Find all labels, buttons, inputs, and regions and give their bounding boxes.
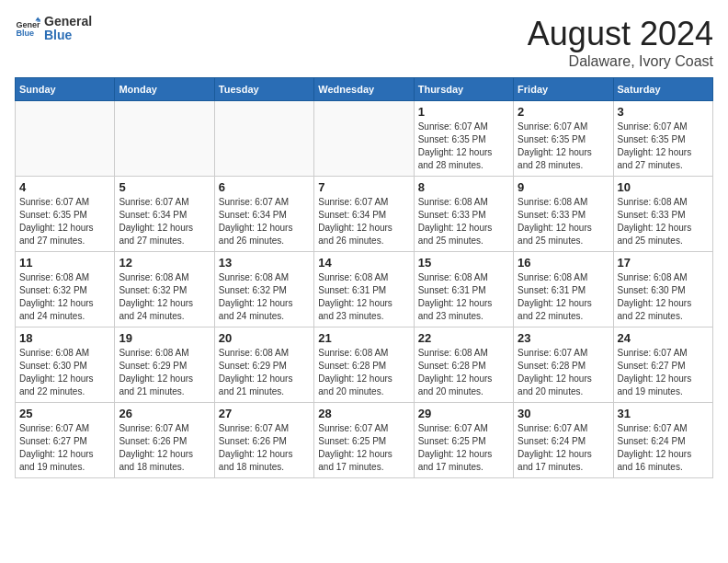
svg-text:Blue: Blue — [16, 29, 34, 39]
main-title: August 2024 — [528, 15, 713, 53]
day-number: 5 — [119, 180, 210, 194]
day-info: Sunrise: 6:08 AM Sunset: 6:28 PM Dayligh… — [318, 347, 409, 398]
day-info: Sunrise: 6:08 AM Sunset: 6:31 PM Dayligh… — [318, 271, 409, 323]
day-number: 19 — [119, 331, 210, 345]
weekday-header: Friday — [514, 78, 613, 101]
day-number: 20 — [219, 331, 310, 345]
calendar-day-cell: 19Sunrise: 6:08 AM Sunset: 6:29 PM Dayli… — [115, 327, 214, 403]
calendar-week-row: 25Sunrise: 6:07 AM Sunset: 6:27 PM Dayli… — [16, 403, 713, 478]
day-number: 27 — [219, 407, 310, 420]
day-number: 4 — [19, 180, 110, 194]
day-info: Sunrise: 6:08 AM Sunset: 6:30 PM Dayligh… — [19, 347, 110, 398]
day-number: 3 — [618, 105, 709, 119]
title-block: August 2024 Dalaware, Ivory Coast — [528, 15, 713, 70]
calendar-day-cell: 29Sunrise: 6:07 AM Sunset: 6:25 PM Dayli… — [414, 403, 513, 478]
day-number: 8 — [418, 180, 509, 194]
day-info: Sunrise: 6:07 AM Sunset: 6:28 PM Dayligh… — [518, 347, 609, 398]
calendar-day-cell: 28Sunrise: 6:07 AM Sunset: 6:25 PM Dayli… — [314, 403, 414, 478]
calendar-day-cell: 14Sunrise: 6:08 AM Sunset: 6:31 PM Dayli… — [314, 252, 414, 327]
day-info: Sunrise: 6:08 AM Sunset: 6:28 PM Dayligh… — [418, 347, 509, 398]
calendar-week-row: 11Sunrise: 6:08 AM Sunset: 6:32 PM Dayli… — [16, 252, 713, 327]
day-info: Sunrise: 6:08 AM Sunset: 6:29 PM Dayligh… — [219, 347, 310, 398]
subtitle: Dalaware, Ivory Coast — [528, 53, 713, 70]
day-info: Sunrise: 6:07 AM Sunset: 6:35 PM Dayligh… — [19, 196, 110, 247]
calendar-day-cell: 30Sunrise: 6:07 AM Sunset: 6:24 PM Dayli… — [514, 403, 613, 478]
calendar-day-cell: 21Sunrise: 6:08 AM Sunset: 6:28 PM Dayli… — [314, 327, 414, 403]
calendar-day-cell: 25Sunrise: 6:07 AM Sunset: 6:27 PM Dayli… — [16, 403, 115, 478]
calendar-week-row: 18Sunrise: 6:08 AM Sunset: 6:30 PM Dayli… — [16, 327, 713, 403]
calendar-day-cell: 6Sunrise: 6:07 AM Sunset: 6:34 PM Daylig… — [214, 177, 313, 252]
calendar-day-cell: 2Sunrise: 6:07 AM Sunset: 6:35 PM Daylig… — [514, 101, 613, 177]
day-info: Sunrise: 6:08 AM Sunset: 6:32 PM Dayligh… — [119, 271, 210, 323]
day-info: Sunrise: 6:08 AM Sunset: 6:31 PM Dayligh… — [418, 271, 509, 323]
day-info: Sunrise: 6:08 AM Sunset: 6:32 PM Dayligh… — [19, 271, 110, 323]
weekday-header: Tuesday — [214, 78, 313, 101]
weekday-header: Saturday — [613, 78, 712, 101]
day-number: 30 — [518, 407, 609, 420]
day-info: Sunrise: 6:07 AM Sunset: 6:24 PM Dayligh… — [518, 422, 609, 474]
day-number: 31 — [618, 407, 709, 420]
calendar-day-cell: 20Sunrise: 6:08 AM Sunset: 6:29 PM Dayli… — [214, 327, 313, 403]
weekday-header: Sunday — [16, 78, 115, 101]
day-number: 25 — [19, 407, 110, 420]
day-info: Sunrise: 6:07 AM Sunset: 6:34 PM Dayligh… — [119, 196, 210, 247]
day-number: 12 — [119, 256, 210, 270]
day-info: Sunrise: 6:07 AM Sunset: 6:35 PM Dayligh… — [518, 121, 609, 172]
day-info: Sunrise: 6:07 AM Sunset: 6:24 PM Dayligh… — [618, 422, 709, 474]
day-number: 26 — [119, 407, 210, 420]
day-info: Sunrise: 6:08 AM Sunset: 6:31 PM Dayligh… — [518, 271, 609, 323]
day-number: 10 — [618, 180, 709, 194]
calendar-week-row: 4Sunrise: 6:07 AM Sunset: 6:35 PM Daylig… — [16, 177, 713, 252]
day-number: 14 — [318, 256, 409, 270]
day-info: Sunrise: 6:08 AM Sunset: 6:30 PM Dayligh… — [618, 271, 709, 323]
calendar-day-cell: 5Sunrise: 6:07 AM Sunset: 6:34 PM Daylig… — [115, 177, 214, 252]
logo: General Blue General Blue — [15, 15, 92, 43]
day-number: 21 — [318, 331, 409, 345]
day-info: Sunrise: 6:07 AM Sunset: 6:26 PM Dayligh… — [119, 422, 210, 474]
logo-icon: General Blue — [15, 16, 40, 41]
logo-line2: Blue — [44, 29, 92, 42]
day-number: 6 — [219, 180, 310, 194]
day-info: Sunrise: 6:07 AM Sunset: 6:35 PM Dayligh… — [618, 121, 709, 172]
day-number: 18 — [19, 331, 110, 345]
logo-line1: General — [44, 15, 92, 29]
day-info: Sunrise: 6:08 AM Sunset: 6:32 PM Dayligh… — [219, 271, 310, 323]
calendar-day-cell: 1Sunrise: 6:07 AM Sunset: 6:35 PM Daylig… — [414, 101, 513, 177]
day-info: Sunrise: 6:08 AM Sunset: 6:33 PM Dayligh… — [618, 196, 709, 247]
weekday-header-row: SundayMondayTuesdayWednesdayThursdayFrid… — [16, 78, 713, 101]
calendar-day-cell — [115, 101, 214, 177]
calendar-day-cell: 23Sunrise: 6:07 AM Sunset: 6:28 PM Dayli… — [514, 327, 613, 403]
calendar-day-cell: 17Sunrise: 6:08 AM Sunset: 6:30 PM Dayli… — [613, 252, 712, 327]
day-info: Sunrise: 6:07 AM Sunset: 6:26 PM Dayligh… — [219, 422, 310, 474]
day-number: 9 — [518, 180, 609, 194]
weekday-header: Monday — [115, 78, 214, 101]
day-number: 11 — [19, 256, 110, 270]
calendar-day-cell: 27Sunrise: 6:07 AM Sunset: 6:26 PM Dayli… — [214, 403, 313, 478]
day-number: 16 — [518, 256, 609, 270]
day-number: 1 — [418, 105, 509, 119]
calendar-day-cell: 16Sunrise: 6:08 AM Sunset: 6:31 PM Dayli… — [514, 252, 613, 327]
day-number: 29 — [418, 407, 509, 420]
svg-text:General: General — [16, 20, 40, 29]
calendar-day-cell: 11Sunrise: 6:08 AM Sunset: 6:32 PM Dayli… — [16, 252, 115, 327]
day-number: 22 — [418, 331, 509, 345]
day-info: Sunrise: 6:07 AM Sunset: 6:25 PM Dayligh… — [418, 422, 509, 474]
day-info: Sunrise: 6:07 AM Sunset: 6:25 PM Dayligh… — [318, 422, 409, 474]
calendar-day-cell: 8Sunrise: 6:08 AM Sunset: 6:33 PM Daylig… — [414, 177, 513, 252]
calendar-day-cell: 4Sunrise: 6:07 AM Sunset: 6:35 PM Daylig… — [16, 177, 115, 252]
calendar-day-cell: 12Sunrise: 6:08 AM Sunset: 6:32 PM Dayli… — [115, 252, 214, 327]
calendar-day-cell — [314, 101, 414, 177]
day-info: Sunrise: 6:08 AM Sunset: 6:33 PM Dayligh… — [418, 196, 509, 247]
day-info: Sunrise: 6:07 AM Sunset: 6:27 PM Dayligh… — [618, 347, 709, 398]
calendar-day-cell: 13Sunrise: 6:08 AM Sunset: 6:32 PM Dayli… — [214, 252, 313, 327]
page-header: General Blue General Blue August 2024 Da… — [15, 15, 713, 70]
calendar-day-cell: 31Sunrise: 6:07 AM Sunset: 6:24 PM Dayli… — [613, 403, 712, 478]
calendar-day-cell: 24Sunrise: 6:07 AM Sunset: 6:27 PM Dayli… — [613, 327, 712, 403]
day-number: 13 — [219, 256, 310, 270]
calendar-day-cell: 15Sunrise: 6:08 AM Sunset: 6:31 PM Dayli… — [414, 252, 513, 327]
calendar-day-cell: 9Sunrise: 6:08 AM Sunset: 6:33 PM Daylig… — [514, 177, 613, 252]
calendar-day-cell: 18Sunrise: 6:08 AM Sunset: 6:30 PM Dayli… — [16, 327, 115, 403]
day-info: Sunrise: 6:08 AM Sunset: 6:29 PM Dayligh… — [119, 347, 210, 398]
calendar-week-row: 1Sunrise: 6:07 AM Sunset: 6:35 PM Daylig… — [16, 101, 713, 177]
calendar-day-cell: 22Sunrise: 6:08 AM Sunset: 6:28 PM Dayli… — [414, 327, 513, 403]
